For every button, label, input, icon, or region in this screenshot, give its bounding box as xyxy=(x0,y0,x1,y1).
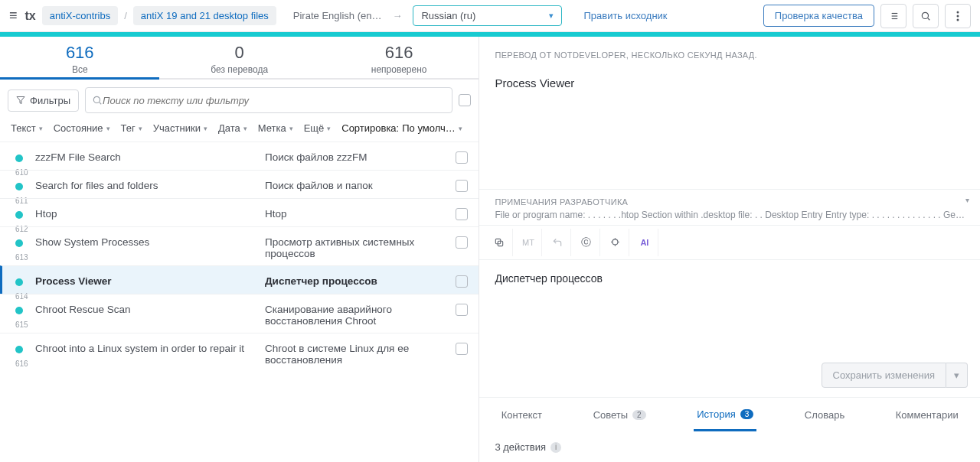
target-language-label: Russian (ru) xyxy=(421,10,475,21)
row-source: Show System Processes xyxy=(35,236,265,259)
search-icon xyxy=(92,95,103,106)
svg-point-12 xyxy=(93,96,100,102)
translation-editor[interactable]: Диспетчер процессов Сохранить изменения … xyxy=(479,260,980,397)
sort-chip[interactable]: Сортировка: По умолч…▾ xyxy=(341,122,462,134)
tab-glossary[interactable]: Словарь xyxy=(802,400,848,430)
status-dot xyxy=(15,346,23,353)
chip-tag[interactable]: Тег▾ xyxy=(121,122,142,134)
ai-button[interactable]: AI xyxy=(631,229,658,256)
translation-meta: ПЕРЕВОД ОТ NOTDEVELOPER, НЕСКОЛЬКО СЕКУН… xyxy=(495,50,965,60)
row-checkbox[interactable] xyxy=(456,236,468,249)
row-index: 613 xyxy=(15,253,28,262)
tab-all[interactable]: 616 Все xyxy=(0,37,159,78)
string-row[interactable]: 610zzzFM File SearchПоиск файлов zzzFM xyxy=(0,142,479,170)
row-checkbox[interactable] xyxy=(456,208,468,220)
chip-date[interactable]: Дата▾ xyxy=(218,122,247,134)
breadcrumb-resource[interactable]: antiX 19 and 21 desktop files xyxy=(133,6,276,25)
search-input-wrap[interactable] xyxy=(85,87,452,113)
developer-notes[interactable]: ПРИМЕЧАНИЯ РАЗРАБОТЧИКА ▾ File or progra… xyxy=(479,190,980,226)
source-string: Process Viewer xyxy=(495,76,965,89)
logo: tx xyxy=(25,9,36,23)
filters-button[interactable]: Фильтры xyxy=(8,89,79,112)
select-all-checkbox[interactable] xyxy=(459,94,471,106)
chevron-down-icon: ▾ xyxy=(549,11,554,21)
string-row[interactable]: 615Chroot Rescue ScanСканирование аварий… xyxy=(0,294,479,333)
row-source: Process Viewer xyxy=(35,275,265,288)
row-target: Поиск файлов и папок xyxy=(265,180,449,192)
search-input[interactable] xyxy=(103,95,446,106)
filter-chips: Текст▾ Состояние▾ Тег▾ Участники▾ Дата▾ … xyxy=(0,119,479,142)
search-icon[interactable] xyxy=(913,4,939,28)
string-row[interactable]: 616Chroot into a Linux system in order t… xyxy=(0,333,479,372)
save-button[interactable]: Сохранить изменения xyxy=(822,363,947,388)
top-bar: ≡ tx antiX-contribs / antiX 19 and 21 de… xyxy=(0,0,980,32)
row-index: 615 xyxy=(15,320,28,329)
svg-line-13 xyxy=(100,102,102,105)
status-dot xyxy=(15,278,23,286)
shortcuts-button[interactable] xyxy=(602,229,629,256)
status-dot xyxy=(15,183,23,190)
tab-tips[interactable]: Советы2 xyxy=(590,400,649,430)
breadcrumb-separator: / xyxy=(124,10,127,21)
svg-point-9 xyxy=(957,15,959,17)
row-target: Htop xyxy=(265,208,449,220)
row-source: Chroot Rescue Scan xyxy=(35,304,265,327)
detail-tabs: Контекст Советы2 История3 Словарь Коммен… xyxy=(479,397,980,432)
svg-point-8 xyxy=(957,11,959,13)
tab-history[interactable]: История3 xyxy=(694,399,756,431)
svg-point-16 xyxy=(612,239,618,245)
special-chars-button[interactable]: ⓒ xyxy=(573,229,600,256)
row-target: Диспетчер процессов xyxy=(265,275,449,288)
row-checkbox[interactable] xyxy=(456,275,468,288)
chip-users[interactable]: Участники▾ xyxy=(153,122,207,134)
translation-text[interactable]: Диспетчер процессов xyxy=(495,272,965,285)
row-source: Htop xyxy=(35,208,265,220)
more-icon[interactable] xyxy=(945,4,971,28)
editor-toolbar: MT ⓒ AI xyxy=(479,226,980,260)
svg-line-7 xyxy=(928,18,930,20)
strings-list: 610zzzFM File SearchПоиск файлов zzzFM61… xyxy=(0,142,479,462)
chip-label[interactable]: Метка▾ xyxy=(258,122,293,134)
target-language-select[interactable]: Russian (ru) ▾ xyxy=(413,5,562,26)
hamburger-icon[interactable]: ≡ xyxy=(9,8,18,24)
row-checkbox[interactable] xyxy=(456,180,468,192)
source-language: Pirate English (en… xyxy=(283,10,382,21)
svg-point-10 xyxy=(957,18,959,21)
tab-context[interactable]: Контекст xyxy=(498,400,545,430)
string-row[interactable]: 614Process ViewerДиспетчер процессов xyxy=(0,265,479,294)
copy-source-button[interactable] xyxy=(485,229,513,256)
edit-source-link[interactable]: Править исходник xyxy=(568,10,667,21)
string-row[interactable]: 613Show System ProcessesПросмотр активны… xyxy=(0,226,479,265)
chevron-down-icon[interactable]: ▾ xyxy=(965,196,969,204)
status-dot xyxy=(15,307,23,314)
detail-panel: ПЕРЕВОД ОТ NOTDEVELOPER, НЕСКОЛЬКО СЕКУН… xyxy=(479,37,980,462)
save-dropdown[interactable]: ▾ xyxy=(946,363,968,388)
status-dot xyxy=(15,239,23,247)
string-row[interactable]: 611Search for files and foldersПоиск фай… xyxy=(0,170,479,198)
string-row[interactable]: 612HtopHtop xyxy=(0,198,479,226)
row-index: 616 xyxy=(15,360,28,368)
history-summary: 3 действия i xyxy=(479,432,980,462)
undo-button[interactable] xyxy=(544,229,571,256)
chip-more[interactable]: Ещё▾ xyxy=(304,122,332,134)
list-icon[interactable] xyxy=(880,4,906,28)
tab-unreviewed[interactable]: 616 непроверено xyxy=(319,37,479,78)
row-target: Сканирование аварийного восстановления C… xyxy=(265,304,449,327)
row-source: zzzFM File Search xyxy=(35,151,265,164)
quality-check-button[interactable]: Проверка качества xyxy=(763,5,874,27)
chip-state[interactable]: Состояние▾ xyxy=(54,122,110,134)
row-checkbox[interactable] xyxy=(456,151,468,164)
row-target: Chroot в системе Linux для ее восстановл… xyxy=(265,343,449,366)
machine-translate-button[interactable]: MT xyxy=(514,229,542,256)
svg-marker-11 xyxy=(17,97,24,104)
tab-untranslated[interactable]: 0 без перевода xyxy=(159,37,318,78)
chip-text[interactable]: Текст▾ xyxy=(11,122,43,134)
info-icon[interactable]: i xyxy=(550,442,561,453)
row-target: Поиск файлов zzzFM xyxy=(265,151,449,164)
status-dot xyxy=(15,211,23,219)
breadcrumb-project[interactable]: antiX-contribs xyxy=(42,6,118,25)
svg-point-6 xyxy=(922,12,928,18)
row-checkbox[interactable] xyxy=(456,343,468,355)
tab-comments[interactable]: Комментарии xyxy=(893,400,962,430)
row-checkbox[interactable] xyxy=(456,304,468,316)
